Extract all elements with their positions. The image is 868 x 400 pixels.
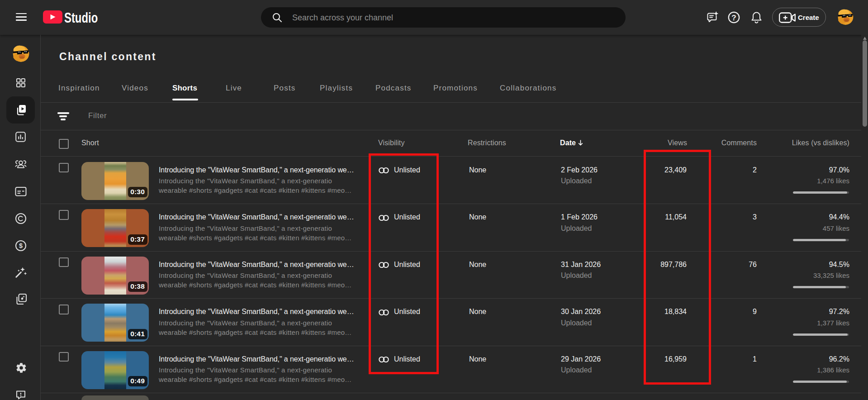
svg-text:?: ?	[731, 14, 736, 22]
svg-text:$: $	[19, 242, 23, 249]
